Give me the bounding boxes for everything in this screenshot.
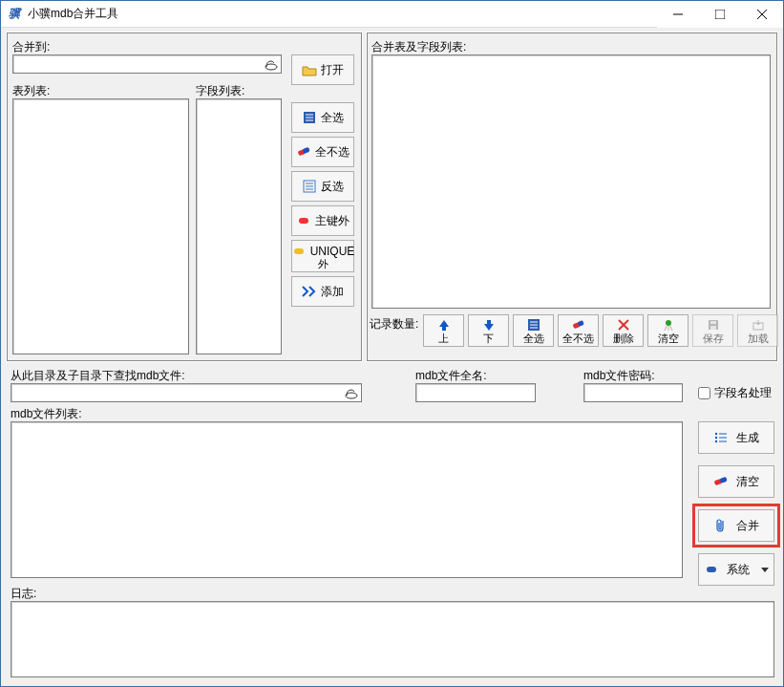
down-label: 下 [483,333,494,344]
select-all-icon-2 [526,317,541,333]
maximize-button[interactable] [699,1,741,28]
minimize-icon [673,10,683,19]
merge-button[interactable]: 合并 [698,509,774,542]
move-up-button[interactable]: 上 [423,314,464,347]
clear2-label: 清空 [736,474,759,490]
load-label: 加载 [748,333,769,344]
open-button-label: 打开 [321,62,344,78]
label-merge-table-fields: 合并表及字段列表: [371,39,466,55]
except-pk-button[interactable]: 主键外 [291,205,354,236]
svg-rect-16 [294,248,304,254]
side-toolbar: 生成 清空 合并 系统 [698,421,774,586]
yellow-dot-icon [291,244,307,259]
paperclip-icon [713,518,729,533]
select-none-button[interactable]: 全不选 [291,137,354,167]
search-path-input[interactable] [11,383,362,402]
list-bullet-icon [713,430,729,445]
except-pk-label: 主键外 [315,213,350,229]
field-listbox[interactable] [196,98,282,354]
row-select-all-button[interactable]: 全选 [513,314,554,347]
generate-button[interactable]: 生成 [698,421,774,454]
eraser-icon [296,144,311,160]
arrow-down-icon [481,317,497,333]
add-label: 添加 [321,284,344,300]
merge-to-input[interactable] [12,54,282,74]
arrow-up-icon [436,317,452,333]
select-all-icon [302,110,317,125]
row-select-none-button[interactable]: 全不选 [558,314,599,347]
row-none-label: 全不选 [562,333,594,344]
toolbar-vertical: 打开 全选 全不选 反选 [291,54,354,307]
browse-merge-to-icon[interactable] [263,56,280,72]
system-button[interactable]: 系统 [698,553,774,586]
svg-point-25 [666,320,671,326]
select-all-button[interactable]: 全选 [291,102,354,133]
merge-label: 合并 [736,518,759,534]
svg-point-33 [715,437,717,439]
merge-fields-listbox[interactable] [371,54,771,309]
titlebar: 骥 小骥mdb合并工具 [1,1,783,28]
save-label: 保存 [703,333,724,344]
toolbar-horizontal: 上 下 全选 全不选 删除 清空 [423,314,778,347]
floppy-icon [706,317,721,333]
generate-label: 生成 [736,430,759,446]
eraser-icon-3 [713,474,729,489]
clear-label: 清空 [658,333,679,344]
mdb-fullname-input[interactable] [415,383,536,402]
system-label: 系统 [727,562,750,578]
minimize-button[interactable] [657,1,699,28]
svg-rect-28 [710,326,716,330]
blue-dot-icon [704,562,719,577]
red-dot-icon [296,213,311,228]
delete-button[interactable]: 删除 [603,314,644,347]
load-icon [751,317,766,333]
save-button[interactable]: 保存 [692,314,733,347]
label-field-list: 字段列表: [196,83,244,99]
label-mdb-file-list: mdb文件列表: [11,406,82,422]
close-button[interactable] [741,1,783,28]
invert-label: 反选 [321,179,344,195]
fieldname-process-label: 字段名处理 [714,385,772,401]
label-merge-to: 合并到: [12,39,50,55]
folder-open-icon [302,62,317,77]
label-table-list: 表列表: [12,83,50,99]
clear-button[interactable]: 清空 [647,314,689,347]
x-icon [616,317,631,333]
eraser-icon-2 [571,317,586,333]
maximize-icon [715,10,725,19]
delete-label: 删除 [613,333,634,344]
mdb-password-input[interactable] [583,383,683,402]
fieldname-process-checkbox[interactable]: 字段名处理 [698,385,772,401]
svg-rect-39 [707,567,716,572]
mdb-file-listbox[interactable] [11,421,683,578]
fieldname-process-checkbox-input[interactable] [698,387,710,399]
label-record-count: 记录数量: [370,316,418,333]
double-chevron-right-icon [302,284,317,299]
log-listbox[interactable] [11,601,774,677]
move-down-button[interactable]: 下 [468,314,509,347]
content-area: 合并到: 表列表: 字段列表: 打开 全选 [1,28,783,686]
window-title: 小骥mdb合并工具 [28,6,657,22]
app-window: 骥 小骥mdb合并工具 合并到: 表列表: 字段列表: [0,0,784,687]
invert-button[interactable]: 反选 [291,171,354,202]
svg-rect-27 [710,321,716,324]
invert-icon [302,179,317,194]
svg-point-30 [346,393,357,398]
up-label: 上 [438,333,449,344]
broom-icon [661,317,676,333]
dropdown-arrow-icon [761,568,769,572]
table-listbox[interactable] [12,98,189,354]
unique-label-2: 外 [318,259,328,269]
browse-search-path-icon[interactable] [343,385,360,400]
load-button[interactable]: 加载 [737,314,778,347]
clear2-button[interactable]: 清空 [698,465,774,498]
svg-point-35 [715,440,717,442]
svg-rect-1 [715,10,725,19]
close-icon [757,10,767,19]
open-button[interactable]: 打开 [291,54,354,85]
label-search-path: 从此目录及子目录下查找mdb文件: [11,368,185,384]
add-button[interactable]: 添加 [291,276,354,307]
svg-point-4 [265,64,277,70]
label-log: 日志: [11,586,36,602]
except-unique-button[interactable]: UNIQUE 外 [291,240,354,272]
